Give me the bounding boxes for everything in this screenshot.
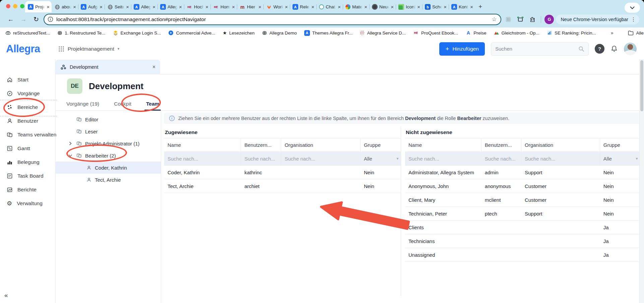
tab-close-icon[interactable]: × xyxy=(100,4,103,9)
bookmark-item[interactable]: SE Ranking: Pricin... xyxy=(547,30,596,36)
table-row[interactable]: UnassignedJa xyxy=(405,248,640,262)
tab-vorgaenge[interactable]: Vorgänge (19) xyxy=(66,97,99,110)
maximize-window-button[interactable] xyxy=(20,4,24,8)
browser-tab[interactable]: Kont× xyxy=(449,1,475,12)
tab-close-icon[interactable]: × xyxy=(179,4,182,9)
table-row[interactable]: Technician, PeterptechSupportNein xyxy=(405,207,640,221)
sidebar-item-bereiche[interactable]: Bereiche xyxy=(0,100,55,114)
browser-tab[interactable]: abou× xyxy=(52,1,78,12)
chevron-right-icon[interactable] xyxy=(68,141,73,145)
tree-item-coder-kathrin[interactable]: Coder, Kathrin xyxy=(56,162,161,174)
tab-team[interactable]: Team xyxy=(146,97,159,110)
filter-gruppe-select[interactable]: Alle▾ xyxy=(600,152,641,165)
tab-overflow-button[interactable] xyxy=(625,3,640,13)
filter-username-input[interactable]: Suche nach... xyxy=(481,152,521,165)
browser-tab[interactable]: Mate× xyxy=(343,1,369,12)
filter-name-input[interactable]: Suche nach... xyxy=(405,152,481,165)
browser-tab[interactable]: Relea× xyxy=(290,1,316,12)
bookmark-item[interactable]: Gleichstrom - Op... xyxy=(494,30,539,36)
browser-tab[interactable]: Seite× xyxy=(105,1,131,12)
browser-tab[interactable]: Alleg× xyxy=(131,1,157,12)
tab-close-icon[interactable]: × xyxy=(417,4,420,9)
table-row[interactable]: Administrator, Allegra SystemadminSuppor… xyxy=(405,166,640,179)
tab-cockpit[interactable]: Cockpit xyxy=(114,97,131,110)
browser-tab[interactable]: Work× xyxy=(263,1,290,12)
tree-item-editor[interactable]: Editor xyxy=(56,113,161,125)
table-row[interactable]: ClientsJa xyxy=(405,221,640,234)
browser-tab[interactable]: Neue× xyxy=(369,1,396,12)
scrollbar-thumb[interactable] xyxy=(640,60,643,111)
bookmark-item[interactable]: reStructuredText... xyxy=(5,30,50,36)
reload-button[interactable]: ↻ xyxy=(31,15,42,23)
browser-tab[interactable]: IconE× xyxy=(396,1,422,12)
sidebar-item-berichte[interactable]: Berichte xyxy=(0,183,55,196)
help-button[interactable] xyxy=(595,44,604,54)
tab-close-icon[interactable]: × xyxy=(364,4,367,9)
notifications-bell-icon[interactable] xyxy=(610,45,618,53)
screenshot-capture-icon[interactable] xyxy=(515,16,525,23)
column-header-gruppe[interactable]: Gruppe xyxy=(600,138,641,152)
filter-organisation-input[interactable]: Suche nach... xyxy=(521,152,600,165)
browser-tab[interactable]: Sche× xyxy=(422,1,449,12)
tree-item-projekt-administrator[interactable]: Projekt-Administrator (1) xyxy=(56,137,161,149)
tab-close-icon[interactable]: × xyxy=(152,4,155,9)
bookmark-item[interactable]: Themes Allegra Fr... xyxy=(304,30,353,36)
tab-close-icon[interactable]: × xyxy=(47,4,50,9)
bookmark-star-icon[interactable]: ☆ xyxy=(492,16,497,23)
tree-item-bearbeiter[interactable]: Bearbeiter (2) xyxy=(56,149,161,162)
tab-close-icon[interactable]: × xyxy=(470,4,473,9)
bookmark-item[interactable]: Preise xyxy=(465,30,486,36)
page-tab-close-icon[interactable]: × xyxy=(152,64,155,70)
tab-close-icon[interactable]: × xyxy=(73,4,76,9)
filter-username-input[interactable]: Suche nach... xyxy=(241,152,281,165)
workspace-switcher[interactable]: Projektmanagement ▾ xyxy=(58,46,119,52)
sidebar-item-task-board[interactable]: Task Board xyxy=(0,169,55,183)
add-button[interactable]: +Hinzufügen xyxy=(439,42,485,56)
back-button[interactable]: ← xyxy=(5,16,16,23)
tab-close-icon[interactable]: × xyxy=(126,4,129,9)
table-row[interactable]: Client, MarymclientCustomerNein xyxy=(405,193,640,207)
browser-tab[interactable]: Hier× xyxy=(237,1,263,12)
column-header-username[interactable]: Benutzern... xyxy=(241,138,281,152)
sidebar-item-vorgaenge[interactable]: Vorgänge xyxy=(0,86,55,100)
minimize-window-button[interactable] xyxy=(13,4,17,8)
column-header-name[interactable]: Name xyxy=(164,138,241,152)
filter-organisation-input[interactable]: Suche nach... xyxy=(281,152,361,165)
vertical-scrollbar[interactable] xyxy=(639,59,644,303)
filter-name-input[interactable]: Suche nach... xyxy=(164,152,241,165)
column-header-name[interactable]: Name xyxy=(405,138,481,152)
bookmark-item[interactable]: Commercial Adve... xyxy=(168,30,215,36)
bookmarks-overflow-chevrons[interactable]: » xyxy=(611,30,614,36)
side-panel-icon[interactable] xyxy=(503,16,513,23)
tab-close-icon[interactable]: × xyxy=(391,4,394,9)
new-tab-button[interactable]: + xyxy=(478,3,482,10)
table-row[interactable]: TechniciansJa xyxy=(405,234,640,248)
tab-close-icon[interactable]: × xyxy=(232,4,235,9)
tab-close-icon[interactable]: × xyxy=(258,4,261,9)
bookmark-item[interactable]: Allegra Demo xyxy=(262,31,297,36)
bookmark-item[interactable]: Exchange Login S... xyxy=(113,30,161,36)
development-page-tab[interactable]: Development × xyxy=(56,60,160,74)
browser-tab[interactable]: Home× xyxy=(210,1,237,12)
sidebar-collapse-button[interactable]: « xyxy=(4,292,8,299)
browser-tab[interactable]: Hoch× xyxy=(184,1,210,12)
forward-button[interactable]: → xyxy=(18,16,29,23)
browser-tab[interactable]: Alleg× xyxy=(157,1,184,12)
tab-close-icon[interactable]: × xyxy=(205,4,208,9)
column-header-username[interactable]: Benutzern... xyxy=(481,138,521,152)
tree-item-leser[interactable]: Leser xyxy=(56,125,161,137)
browser-tab-active[interactable]: Proje× xyxy=(25,1,52,12)
sidebar-item-start[interactable]: Start xyxy=(0,73,55,86)
column-header-gruppe[interactable]: Gruppe xyxy=(361,138,402,152)
table-row[interactable]: Coder, KathrinkathrincNein xyxy=(164,166,401,179)
browser-tab[interactable]: Chat× xyxy=(316,1,343,12)
sidebar-item-belegung[interactable]: Belegung xyxy=(0,155,55,169)
allegra-logo[interactable]: Allegra xyxy=(6,43,54,55)
tab-close-icon[interactable]: × xyxy=(338,4,341,9)
table-row[interactable]: Anonymous, JohnanonymousCustomerNein xyxy=(405,179,640,193)
tab-close-icon[interactable]: × xyxy=(285,4,288,9)
address-bar[interactable]: localhost:8081/track/projectmanagement.a… xyxy=(44,14,501,25)
table-row[interactable]: Tect, ArchiearchietNein xyxy=(164,179,401,193)
column-header-organisation[interactable]: Organisation xyxy=(521,138,600,152)
close-window-button[interactable] xyxy=(6,4,10,8)
